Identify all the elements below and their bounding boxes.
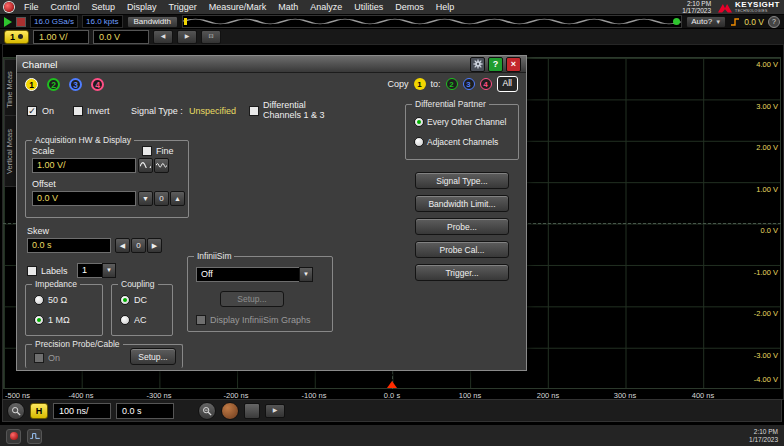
probe-cal-button[interactable]: Probe Cal... [415,241,509,258]
close-icon[interactable]: × [506,57,521,72]
scale-fine-adjust-icon[interactable] [154,158,169,173]
tab-channel-2[interactable]: 2 [47,78,60,91]
menu-display[interactable]: Display [122,2,162,12]
skew-left-icon[interactable]: ◀ [115,238,130,253]
copy-to-channel-3-button[interactable]: 3 [463,78,475,90]
on-checkbox[interactable] [27,106,37,116]
on-label: On [42,106,54,116]
precision-setup-button[interactable]: Setup... [130,348,176,365]
channel-1-button[interactable]: 1 [4,30,29,44]
labels-checkbox[interactable] [27,266,37,276]
offset-down-icon[interactable]: ▼ [138,191,153,206]
precision-on-checkbox[interactable] [34,353,44,363]
menu-file[interactable]: File [19,2,44,12]
trigger-slope-icon [730,17,740,27]
every-other-channel-radio[interactable] [414,117,424,127]
trigger-button[interactable]: Trigger... [415,264,509,281]
run-icon[interactable] [4,17,12,27]
adjacent-channels-radio[interactable] [414,137,424,147]
offset-input[interactable]: 0.0 V [32,191,136,206]
trigger-level-value[interactable]: 0.0 V [744,17,764,27]
skew-right-icon[interactable]: ▶ [147,238,162,253]
marker-square-icon[interactable] [244,403,260,419]
horizontal-position-field[interactable]: 0.0 s [116,403,174,419]
scale-input[interactable]: 1.00 V/ [32,158,136,173]
menu-measure-mark[interactable]: Measure/Mark [204,2,272,12]
scope-logo-icon[interactable] [4,2,14,12]
bandwidth-limit-button[interactable]: Bandwidth Limit... [415,195,509,212]
tab-channel-3[interactable]: 3 [69,78,82,91]
impedance-group-title: Impedance [32,279,80,289]
advance-right-icon[interactable]: ▶ [265,404,285,418]
menu-setup[interactable]: Setup [87,2,121,12]
differential-line2: Channels 1 & 3 [263,111,325,121]
dialog-titlebar[interactable]: Channel ? × [17,56,526,73]
infiniisim-dropdown-icon[interactable]: ▼ [299,267,313,282]
signal-type-button[interactable]: Signal Type... [415,172,509,189]
menu-trigger[interactable]: Trigger [164,2,202,12]
taskbar-scope-icon[interactable] [6,429,21,444]
brand-name: KEYSIGHT [735,1,780,9]
precision-on-label: On [48,353,60,363]
coupling-dc-radio[interactable] [120,295,130,305]
copy-to-all-button[interactable]: All [497,76,518,92]
channel-offset-field[interactable]: 0.0 V [93,30,149,44]
waveform-preview[interactable] [182,15,682,28]
stop-icon[interactable] [16,17,26,27]
keysight-logo-icon [718,2,732,13]
infiniisim-setup-button[interactable]: Setup... [220,291,284,307]
bandwidth-button[interactable]: Bandwidth [127,16,178,28]
infiniisim-graphs-checkbox[interactable] [196,315,206,325]
menu-analyze[interactable]: Analyze [305,2,347,12]
hzoom-search-icon[interactable] [7,402,25,420]
trigger-mode-dropdown[interactable]: Auto? ▼ [686,16,726,28]
coupling-ac-label: AC [134,315,147,325]
zoom-mode-icon[interactable] [198,402,216,420]
menu-utilities[interactable]: Utilities [349,2,388,12]
horizontal-badge[interactable]: H [30,403,48,419]
touch-mode-icon[interactable] [221,402,239,420]
dialog-title: Channel [22,59,467,70]
skew-zero-button[interactable]: 0 [131,238,146,253]
impedance-50ohm-radio[interactable] [34,295,44,305]
menu-demos[interactable]: Demos [390,2,429,12]
skew-input[interactable]: 0.0 s [27,238,111,253]
preview-wave-icon [183,16,681,27]
acquisition-bar: 16.0 GSa/s 16.0 kpts Bandwidth Auto? ▼ 0… [0,15,784,28]
menu-math[interactable]: Math [273,2,303,12]
coupling-group: Coupling DC AC [111,284,173,336]
menu-control[interactable]: Control [46,2,85,12]
v-axis-label: 0.0 V [760,226,778,235]
channel-next-icon[interactable]: ▶ [177,30,197,44]
timebase-field[interactable]: 100 ns/ [53,403,111,419]
probe-button[interactable]: Probe... [415,218,509,235]
tab-channel-4[interactable]: 4 [91,78,104,91]
labels-dropdown-value[interactable]: 1 [77,263,103,278]
differential-channels-checkbox[interactable] [249,106,259,116]
copy-to-cluster: Copy 1 to: 2 3 4 All [388,76,518,92]
trigger-time-marker-icon[interactable] [387,381,397,388]
tab-channel-1[interactable]: 1 [25,78,38,91]
differential-channels-label: Differential Channels 1 & 3 [263,101,325,120]
coupling-ac-radio[interactable] [120,315,130,325]
channel-prev-icon[interactable]: ◀ [153,30,173,44]
fine-checkbox[interactable] [142,146,152,156]
labels-dropdown-icon[interactable]: ▼ [102,263,116,278]
gear-icon[interactable] [470,57,485,72]
offset-zero-button[interactable]: 0 [154,191,169,206]
invert-checkbox[interactable] [73,106,83,116]
trigger-mode-value: Auto? [691,17,712,26]
taskbar-waveform-icon[interactable] [27,429,42,444]
offset-up-icon[interactable]: ▲ [170,191,185,206]
scale-coarse-adjust-icon[interactable] [138,158,153,173]
dialog-help-icon[interactable]: ? [488,57,503,72]
impedance-1mohm-radio[interactable] [34,315,44,325]
menu-help[interactable]: Help [431,2,460,12]
popout-icon[interactable]: ⊡ [201,30,221,44]
help-icon[interactable]: ? [768,16,780,28]
channel-number: 1 [10,32,15,42]
channel-scale-field[interactable]: 1.00 V/ [33,30,89,44]
copy-to-channel-2-button[interactable]: 2 [446,78,458,90]
infiniisim-dropdown-value[interactable]: Off [196,267,300,282]
copy-to-channel-4-button[interactable]: 4 [480,78,492,90]
